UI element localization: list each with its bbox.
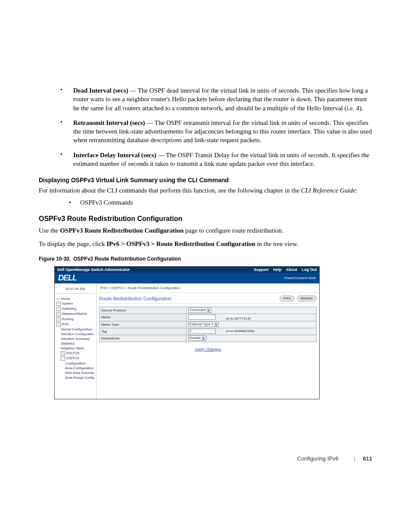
- chevron-down-icon: ▾: [202, 336, 205, 340]
- dell-logo: DELL: [58, 274, 77, 283]
- mock-topbar: Dell OpenManage Switch Administrator Sup…: [55, 267, 319, 273]
- figure-caption: Figure 10-30. OSPFv3 Route Redistributio…: [39, 256, 372, 262]
- nav-label: Home: [61, 297, 70, 301]
- product-name: PowerConnect 6248: [285, 276, 316, 280]
- nav-label: Neighbor Table: [61, 346, 84, 350]
- cli-intro: For information about the CLI commands t…: [39, 186, 372, 195]
- nav-item[interactable]: Interface Configuratio: [56, 332, 96, 336]
- expand-icon[interactable]: +: [56, 307, 61, 311]
- nav-label: Interface Summary: [61, 337, 90, 341]
- device-ip: 10.27.64.151: [56, 285, 94, 294]
- top-links: Support Help About Log Out: [250, 268, 317, 272]
- nav-label: Global Configuration: [61, 327, 92, 331]
- field-value-cell: Connected▾: [186, 307, 316, 314]
- section-p1: Use the OSPFv3 Route Redistribution Conf…: [39, 226, 372, 235]
- expand-icon[interactable]: +: [61, 351, 65, 355]
- select-control[interactable]: External Type 2▾: [188, 322, 219, 327]
- cli-item: OSPFv3 Commands: [69, 199, 372, 206]
- nav-label: System: [62, 302, 73, 305]
- nav-item[interactable]: Neighbor Table: [56, 346, 96, 351]
- nav-label: IPv6: [62, 322, 68, 326]
- embedded-screenshot: Dell OpenManage Switch Administrator Sup…: [54, 266, 320, 399]
- expand-icon[interactable]: +: [56, 312, 61, 316]
- field-value-cell: (0 to 16777214): [186, 314, 316, 321]
- text-input[interactable]: 0: [188, 329, 216, 334]
- bullet-interface-delay: Interface Delay Interval (secs) — The OS…: [60, 151, 372, 168]
- form-row: Source ProtocolConnected▾: [100, 307, 317, 314]
- footer-section: Configuring IPv6: [297, 455, 339, 462]
- nav-label: Area Range Config: [65, 376, 94, 380]
- nav-item[interactable]: +Switching: [56, 306, 96, 311]
- section-p2: To display the page, click IPv6 > OSPFv3…: [39, 240, 372, 248]
- nav-item[interactable]: Interface Summary: [56, 336, 96, 341]
- breadcrumb: IPv6 > OSPFv3 > Route Redistribution Con…: [99, 285, 317, 293]
- expand-icon[interactable]: −: [56, 322, 61, 327]
- refresh-button[interactable]: Refresh: [297, 296, 317, 302]
- nav-item[interactable]: −IPv6: [56, 322, 96, 327]
- nav-label: Statistics: [61, 342, 75, 345]
- app-title: Dell OpenManage Switch Administrator: [57, 268, 130, 272]
- select-control[interactable]: Connected▾: [188, 308, 212, 313]
- term: Interface Delay Interval (secs): [73, 152, 156, 159]
- bullet-retransmit-interval: Retransmit Interval (secs) — The OSPF re…: [60, 118, 372, 145]
- text-input[interactable]: [188, 314, 216, 320]
- field-label: Source Protocol: [100, 307, 187, 314]
- panel-title: Route Redistribution Configuration: [99, 296, 171, 301]
- nav-item[interactable]: −OSPFv3: [56, 356, 96, 361]
- panel-divider: [99, 303, 317, 304]
- expand-icon[interactable]: +: [56, 302, 61, 306]
- nav-item[interactable]: +Routing: [56, 317, 96, 322]
- field-value-cell: 0 (0 to 4294967295): [186, 328, 316, 335]
- link-logout[interactable]: Log Out: [302, 268, 317, 272]
- form-row: Tag0 (0 to 4294967295): [100, 328, 317, 335]
- nav-item[interactable]: Stub Area Summar: [56, 370, 96, 375]
- field-label: Metric: [100, 314, 187, 321]
- nav-item[interactable]: +Statistics/RMON: [56, 311, 96, 317]
- field-label: Redistribute: [100, 335, 187, 342]
- cli-sublist: OSPFv3 Commands: [39, 199, 372, 206]
- nav-item[interactable]: Configuration: [56, 361, 96, 366]
- form-row: Metric (0 to 16777214): [100, 314, 317, 321]
- link-support[interactable]: Support: [254, 268, 269, 272]
- nav-label: Stub Area Summar: [65, 371, 94, 375]
- logo-row: DELL PowerConnect 6248: [55, 273, 319, 283]
- nav-label: Routing: [62, 317, 74, 321]
- nav-item[interactable]: +System: [56, 301, 96, 306]
- config-form: Source ProtocolConnected▾Metric (0 to 16…: [99, 307, 317, 342]
- form-row: RedistributeDisable▾: [100, 335, 317, 342]
- nav-label: Configuration: [65, 361, 86, 365]
- term: Dead Interval (secs): [73, 87, 128, 94]
- link-about[interactable]: About: [286, 268, 297, 272]
- chevron-down-icon: ▾: [207, 308, 210, 312]
- form-row: Metric TypeExternal Type 2▾: [100, 321, 317, 328]
- nav-label: Switching: [62, 307, 76, 311]
- nav-label: Statistics/RMON: [62, 312, 87, 316]
- nav-label: Interface Configuratio: [61, 332, 94, 336]
- nav-item[interactable]: Home: [56, 296, 96, 301]
- nav-label: Area Configuration: [65, 366, 94, 370]
- parameter-list: Dead Interval (secs) — The OSPF dead int…: [39, 86, 372, 168]
- range-hint: (0 to 4294967295): [225, 329, 255, 333]
- section-heading: OSPFv3 Route Redistribution Configuratio…: [39, 215, 372, 223]
- field-label: Metric Type: [100, 321, 187, 328]
- nav-label: DHCPv6: [66, 351, 79, 355]
- nav-item[interactable]: +DHCPv6: [56, 351, 96, 356]
- page-footer: Configuring IPv6 | 611: [0, 455, 411, 462]
- nav-item[interactable]: Area Configuration: [56, 366, 96, 370]
- apply-changes-button[interactable]: Apply Changes: [195, 347, 221, 352]
- nav-tree: 10.27.64.151 Home+System+Switching+Stati…: [55, 283, 97, 399]
- field-value-cell: External Type 2▾: [186, 321, 316, 328]
- select-control[interactable]: Disable▾: [188, 336, 207, 341]
- nav-item[interactable]: Area Range Config: [56, 375, 96, 380]
- expand-icon[interactable]: +: [56, 317, 61, 321]
- nav-item[interactable]: Statistics: [56, 341, 96, 346]
- print-button[interactable]: Print: [280, 296, 294, 302]
- field-label: Tag: [100, 328, 187, 335]
- nav-item[interactable]: Global Configuration: [56, 327, 96, 332]
- bullet-dead-interval: Dead Interval (secs) — The OSPF dead int…: [60, 86, 372, 112]
- cli-heading: Displaying OSPFv3 Virtual Link Summary u…: [39, 177, 372, 184]
- link-help[interactable]: Help: [273, 268, 282, 272]
- main-panel: IPv6 > OSPFv3 > Route Redistribution Con…: [97, 283, 319, 399]
- expand-icon[interactable]: −: [61, 356, 65, 361]
- page-number: 611: [363, 455, 372, 462]
